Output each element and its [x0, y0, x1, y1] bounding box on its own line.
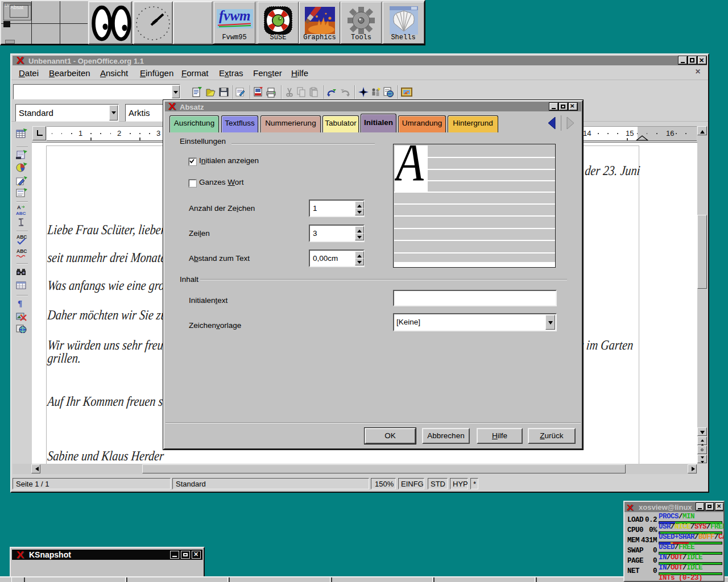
svg-text:ABC: ABC: [16, 248, 27, 254]
svg-text:ABC: ABC: [16, 211, 26, 216]
svg-text:ABC: ABC: [16, 234, 27, 240]
svg-text:¶: ¶: [18, 299, 22, 308]
svg-text:A: A: [17, 205, 21, 210]
